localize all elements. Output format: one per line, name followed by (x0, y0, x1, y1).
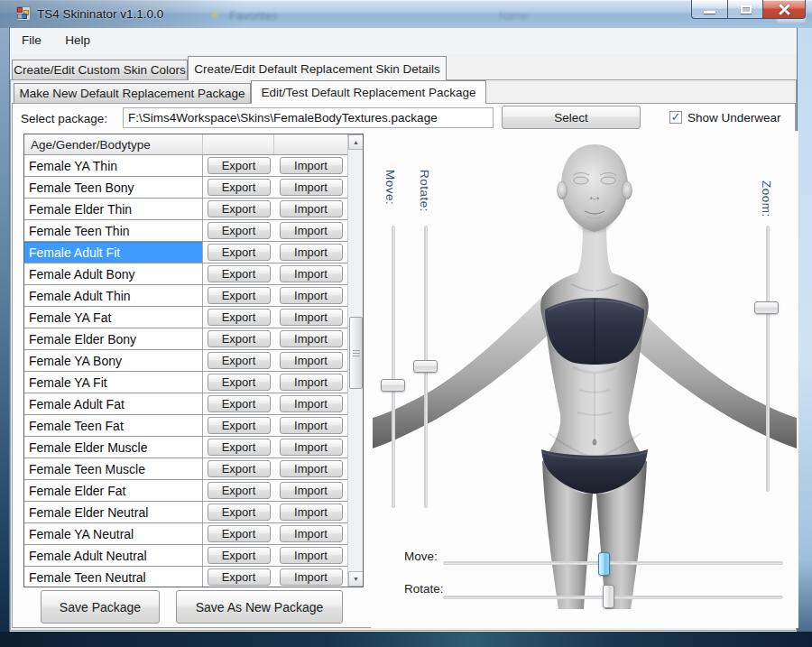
export-button[interactable]: Export (208, 374, 271, 391)
show-underwear-checkbox[interactable]: ✓ (669, 111, 682, 124)
grid-header-import[interactable] (274, 134, 347, 154)
export-button[interactable]: Export (208, 309, 271, 326)
table-row[interactable]: Female YA Fat Export Import (24, 307, 347, 328)
import-button[interactable]: Import (280, 460, 343, 477)
table-row[interactable]: Female YA Bony Export Import (24, 350, 347, 372)
bodytype-cell[interactable]: Female Adult Bony (24, 263, 203, 284)
export-button[interactable]: Export (208, 222, 271, 239)
table-row[interactable]: Female Teen Fat Export Import (24, 415, 347, 437)
zoom-vertical-slider-thumb[interactable] (754, 301, 779, 314)
bodytype-cell[interactable]: Female Elder Neutral (24, 502, 203, 522)
minimize-button[interactable] (691, 0, 727, 19)
export-button[interactable]: Export (208, 244, 271, 261)
tab-make-new-default-replacement-package[interactable]: Make New Default Replacement Package (14, 83, 251, 103)
tab-create-edit-default-replacement-skin-details[interactable]: Create/Edit Default Replacement Skin Det… (188, 56, 447, 80)
grid-header-bodytype[interactable]: Age/Gender/Bodytype (24, 134, 203, 154)
table-row[interactable]: Female YA Neutral Export Import (24, 523, 347, 545)
export-button[interactable]: Export (208, 482, 271, 499)
table-row[interactable]: Female Adult Fit Export Import (24, 242, 347, 263)
zoom-vertical-slider-track[interactable] (766, 226, 770, 492)
export-button[interactable]: Export (208, 330, 271, 347)
table-row[interactable]: Female Elder Bony Export Import (24, 328, 347, 350)
table-row[interactable]: Female Elder Muscle Export Import (24, 437, 347, 458)
import-button[interactable]: Import (280, 244, 343, 261)
bodytype-cell[interactable]: Female Teen Thin (24, 220, 203, 241)
import-button[interactable]: Import (280, 330, 343, 347)
import-button[interactable]: Import (280, 504, 343, 521)
import-button[interactable]: Import (280, 374, 343, 391)
maximize-button[interactable] (727, 0, 763, 19)
export-button[interactable]: Export (208, 395, 271, 412)
bodytype-cell[interactable]: Female Adult Fat (24, 393, 203, 414)
export-button[interactable]: Export (208, 547, 271, 564)
table-row[interactable]: Female YA Fit Export Import (24, 372, 347, 393)
scrollbar-thumb[interactable] (349, 317, 363, 389)
table-row[interactable]: Female Adult Bony Export Import (24, 263, 347, 285)
table-row[interactable]: Female Elder Fat Export Import (24, 480, 347, 502)
bodytype-cell[interactable]: Female YA Fat (24, 307, 203, 328)
bodytype-cell[interactable]: Female YA Thin (24, 155, 203, 176)
save-package-button[interactable]: Save Package (41, 590, 160, 624)
save-as-new-package-button[interactable]: Save As New Package (176, 590, 343, 624)
export-button[interactable]: Export (208, 417, 271, 434)
bodytype-cell[interactable]: Female Teen Neutral (24, 567, 203, 587)
scroll-down-button[interactable]: ▼ (348, 571, 364, 587)
export-button[interactable]: Export (208, 525, 271, 542)
table-row[interactable]: Female Teen Bony Export Import (24, 177, 347, 199)
move-vertical-slider-thumb[interactable] (381, 379, 405, 392)
import-button[interactable]: Import (280, 287, 343, 304)
table-row[interactable]: Female Teen Neutral Export Import (24, 567, 347, 587)
import-button[interactable]: Import (280, 417, 343, 434)
table-row[interactable]: Female Elder Neutral Export Import (24, 502, 347, 523)
move-horizontal-slider-thumb[interactable] (598, 552, 610, 576)
bodytype-cell[interactable]: Female YA Fit (24, 372, 203, 393)
import-button[interactable]: Import (280, 179, 343, 196)
table-row[interactable]: Female Elder Thin Export Import (24, 199, 347, 220)
table-row[interactable]: Female Adult Neutral Export Import (24, 545, 347, 567)
export-button[interactable]: Export (208, 504, 271, 521)
import-button[interactable]: Import (280, 309, 343, 326)
bodytype-cell[interactable]: Female Teen Fat (24, 415, 203, 436)
table-row[interactable]: Female Adult Thin Export Import (24, 285, 347, 307)
rotate-vertical-slider-thumb[interactable] (413, 360, 438, 373)
bodytype-cell[interactable]: Female Elder Fat (24, 480, 203, 501)
export-button[interactable]: Export (208, 179, 271, 196)
menu-help[interactable]: Help (57, 28, 98, 47)
import-button[interactable]: Import (280, 547, 343, 564)
move-vertical-slider-track[interactable] (392, 226, 395, 508)
export-button[interactable]: Export (208, 287, 271, 304)
bodytype-cell[interactable]: Female Adult Neutral (24, 545, 203, 566)
grid-header-export[interactable] (203, 134, 274, 154)
close-button[interactable] (763, 0, 806, 19)
tab-create-edit-custom-skin-colors[interactable]: Create/Edit Custom Skin Colors (12, 60, 188, 79)
import-button[interactable]: Import (280, 439, 343, 456)
rotate-horizontal-slider-thumb[interactable] (603, 585, 614, 608)
table-row[interactable]: Female YA Thin Export Import (24, 155, 347, 177)
export-button[interactable]: Export (208, 265, 271, 282)
import-button[interactable]: Import (280, 395, 343, 412)
bodytype-cell[interactable]: Female Elder Muscle (24, 437, 203, 458)
table-row[interactable]: Female Adult Fat Export Import (24, 393, 347, 415)
import-button[interactable]: Import (280, 222, 343, 239)
package-path-input[interactable] (123, 107, 494, 128)
move-horizontal-slider-track[interactable] (443, 561, 783, 565)
bodytype-cell[interactable]: Female Elder Bony (24, 328, 203, 349)
bodytype-cell[interactable]: Female YA Neutral (24, 523, 203, 544)
import-button[interactable]: Import (280, 265, 343, 282)
select-package-button[interactable]: Select (502, 106, 641, 129)
table-row[interactable]: Female Teen Muscle Export Import (24, 458, 347, 480)
bodytype-cell[interactable]: Female Adult Thin (24, 285, 203, 306)
import-button[interactable]: Import (280, 482, 343, 499)
scroll-up-button[interactable]: ▲ (348, 134, 364, 150)
import-button[interactable]: Import (280, 352, 343, 369)
tab-edit-test-default-replacement-package[interactable]: Edit/Test Default Replacement Package (251, 80, 486, 104)
bodytype-cell[interactable]: Female Elder Thin (24, 199, 203, 219)
table-row[interactable]: Female Teen Thin Export Import (24, 220, 347, 242)
export-button[interactable]: Export (208, 352, 271, 369)
export-button[interactable]: Export (208, 200, 271, 217)
export-button[interactable]: Export (208, 460, 271, 477)
import-button[interactable]: Import (280, 157, 343, 174)
bodytype-cell[interactable]: Female Adult Fit (24, 242, 203, 263)
export-button[interactable]: Export (208, 157, 271, 174)
menu-file[interactable]: File (14, 28, 50, 47)
